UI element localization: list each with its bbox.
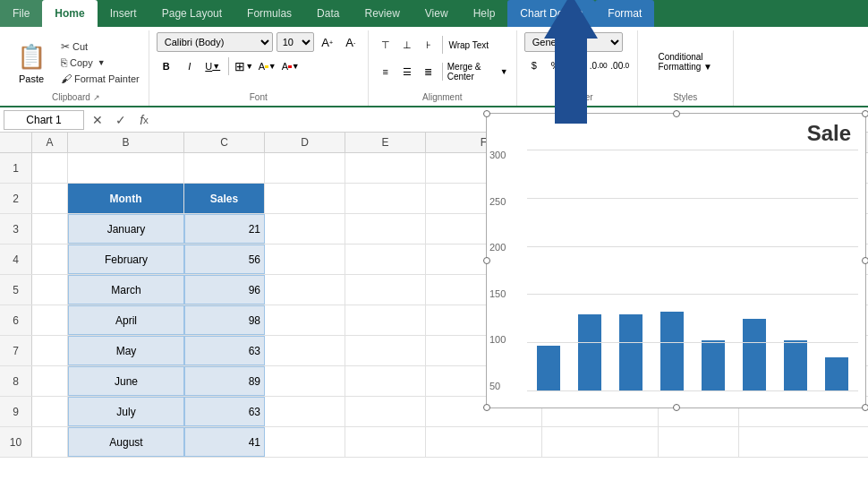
chart-handle-mr[interactable]: [862, 257, 868, 264]
cell-b4-february[interactable]: February: [68, 244, 184, 274]
bar-aug[interactable]: [819, 150, 855, 391]
align-center-button[interactable]: ☰: [397, 62, 417, 82]
fill-color-button[interactable]: A▼: [258, 56, 277, 76]
cell-b3-january[interactable]: January: [68, 214, 184, 244]
col-header-d[interactable]: D: [265, 133, 345, 152]
cell-b8-june[interactable]: June: [68, 366, 184, 396]
chart-handle-tl[interactable]: [483, 110, 490, 117]
format-painter-button[interactable]: 🖌 Format Painter: [57, 72, 143, 86]
align-middle-button[interactable]: ⊥: [397, 35, 417, 55]
cell-a5[interactable]: [32, 275, 68, 305]
cell-b7-may[interactable]: May: [68, 336, 184, 365]
borders-button[interactable]: ⊞▼: [234, 56, 254, 76]
font-size-select[interactable]: 10 11 12: [277, 32, 314, 52]
cell-d7[interactable]: [265, 336, 345, 365]
cell-d2[interactable]: [265, 184, 345, 213]
tab-pagelayout[interactable]: Page Layout: [149, 0, 234, 27]
underline-dropdown[interactable]: ▼: [212, 62, 220, 71]
cut-button[interactable]: ✂ Cut: [57, 39, 143, 54]
cell-e8[interactable]: [345, 366, 426, 396]
align-top-button[interactable]: ⊤: [376, 35, 396, 55]
bar-may[interactable]: [695, 150, 731, 391]
bar-feb[interactable]: [572, 150, 608, 391]
tab-formulas[interactable]: Formulas: [234, 0, 304, 27]
percent-button[interactable]: %: [546, 56, 566, 75]
copy-button[interactable]: ⎘ Copy ▼: [57, 56, 143, 70]
cell-a10[interactable]: [32, 427, 68, 457]
cell-c5-96[interactable]: 96: [184, 275, 265, 305]
cell-e6[interactable]: [345, 305, 426, 335]
cell-e3[interactable]: [345, 214, 426, 244]
bold-button[interactable]: B: [157, 56, 176, 76]
chart-handle-bl[interactable]: [483, 404, 490, 411]
cell-d10[interactable]: [265, 427, 345, 457]
bar-jun[interactable]: [736, 150, 772, 391]
clipboard-expand-icon[interactable]: ↗: [93, 93, 100, 102]
comma-button[interactable]: ,: [567, 56, 587, 75]
cell-c1[interactable]: [184, 153, 265, 183]
col-header-e[interactable]: E: [345, 133, 426, 152]
conditional-formatting-button[interactable]: ConditionalFormatting ▼: [645, 52, 726, 72]
cell-g10[interactable]: [542, 427, 659, 457]
increase-font-button[interactable]: A+: [318, 32, 337, 52]
align-left-button[interactable]: ≡: [376, 62, 396, 82]
cell-a2[interactable]: [32, 184, 68, 213]
cell-a1[interactable]: [32, 153, 68, 183]
bar-jul[interactable]: [778, 150, 813, 391]
align-right-button[interactable]: ≣: [419, 62, 438, 82]
cell-a6[interactable]: [32, 305, 68, 335]
tab-home[interactable]: Home: [42, 0, 97, 27]
cell-d8[interactable]: [265, 366, 345, 396]
currency-button[interactable]: $: [524, 56, 544, 75]
cell-c3-21[interactable]: 21: [184, 214, 265, 244]
cell-d6[interactable]: [265, 305, 345, 335]
cell-h10[interactable]: [659, 427, 739, 457]
paste-button[interactable]: 📋 Paste: [9, 37, 54, 89]
insert-function-button[interactable]: fx: [134, 110, 154, 130]
cell-e2[interactable]: [345, 184, 426, 213]
cell-c6-98[interactable]: 98: [184, 305, 265, 335]
cell-e5[interactable]: [345, 275, 426, 305]
cell-a7[interactable]: [32, 336, 68, 365]
bar-mar[interactable]: [613, 150, 649, 391]
increase-decimal-button[interactable]: .0.00: [589, 56, 608, 75]
cell-b6-april[interactable]: April: [68, 305, 184, 335]
chart-handle-tr[interactable]: [862, 110, 868, 117]
cell-b5-march[interactable]: March: [68, 275, 184, 305]
cell-a3[interactable]: [32, 214, 68, 244]
tab-review[interactable]: Review: [352, 0, 412, 27]
cell-c9-63[interactable]: 63: [184, 397, 265, 426]
tab-chartdesign[interactable]: Chart Design: [507, 0, 595, 27]
cell-d5[interactable]: [265, 275, 345, 305]
tab-data[interactable]: Data: [304, 0, 352, 27]
font-name-select[interactable]: Calibri (Body): [157, 32, 273, 52]
cell-c10-41[interactable]: 41: [184, 427, 265, 457]
cancel-formula-button[interactable]: ✕: [88, 110, 107, 130]
col-header-c[interactable]: C: [184, 133, 265, 152]
bar-jan[interactable]: [531, 150, 566, 391]
cell-d3[interactable]: [265, 214, 345, 244]
cell-f10[interactable]: [426, 427, 542, 457]
cell-e10[interactable]: [345, 427, 426, 457]
decrease-font-button[interactable]: A-: [341, 32, 361, 52]
tab-format[interactable]: Format: [595, 0, 654, 27]
name-box[interactable]: [4, 110, 84, 130]
cell-e4[interactable]: [345, 244, 426, 274]
align-bottom-button[interactable]: ⊦: [419, 35, 438, 55]
col-header-a[interactable]: A: [32, 133, 68, 152]
cell-a9[interactable]: [32, 397, 68, 426]
confirm-formula-button[interactable]: ✓: [111, 110, 131, 130]
cell-a4[interactable]: [32, 244, 68, 274]
tab-insert[interactable]: Insert: [98, 0, 149, 27]
tab-view[interactable]: View: [413, 0, 461, 27]
copy-dropdown-icon[interactable]: ▼: [98, 58, 106, 67]
underline-button[interactable]: U▼: [203, 56, 223, 76]
cell-c7-63[interactable]: 63: [184, 336, 265, 365]
cell-b9-july[interactable]: July: [68, 397, 184, 426]
cell-b1[interactable]: [68, 153, 184, 183]
cell-b10-august[interactable]: August: [68, 427, 184, 457]
tab-help[interactable]: Help: [461, 0, 508, 27]
cell-c2-sales[interactable]: Sales: [184, 184, 265, 213]
cell-a8[interactable]: [32, 366, 68, 396]
number-format-select[interactable]: General Number Currency: [524, 32, 623, 52]
